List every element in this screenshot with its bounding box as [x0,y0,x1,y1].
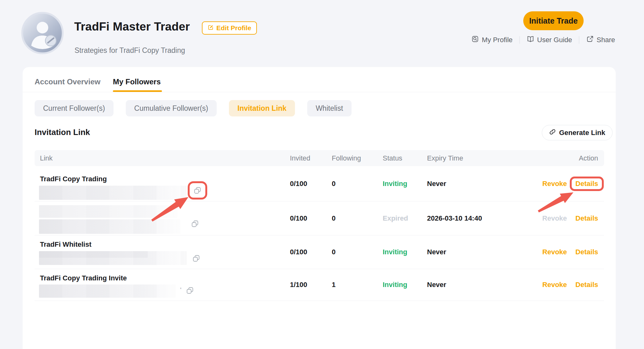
tab-my-followers[interactable]: My Followers [113,77,161,86]
user-guide-link[interactable]: User Guide [527,35,572,45]
filter-whitelist[interactable]: Whitelist [307,100,352,116]
copy-link-button[interactable] [191,220,199,228]
filter-pills: Current Follower(s) Cumulative Follower(… [35,100,352,116]
edit-profile-label: Edit Profile [216,24,251,32]
share-label: Share [597,36,615,44]
invite-link-name: TradFi Copy Trading Invite [40,274,127,282]
filter-cumulative-followers[interactable]: Cumulative Follower(s) [126,100,217,116]
status-badge: Inviting [383,248,407,256]
header-links: My Profile User Guide Share [471,35,615,45]
invite-link-name: TradFi Copy Trading [40,175,107,183]
share-icon [586,35,594,45]
edit-icon [208,24,214,32]
page-title: TradFi Master Trader [74,20,190,33]
page: TradFi Master Trader Edit Profile Strate… [0,0,644,349]
table-row: 0/100 0 Expired 2026-03-10 14:40 Revoke … [35,201,604,235]
table-row: TradFi Copy Trading 0/100 0 Inviting Nev… [35,166,604,201]
invited-count: 1/100 [290,281,307,289]
expiry-time: Never [427,248,446,256]
initiate-trade-button[interactable]: Initiate Trade [523,11,584,30]
table-header: Link Invited Following Status Expiry Tim… [35,150,604,166]
row-actions: Revoke Details [542,248,598,256]
details-link[interactable]: Details [575,180,598,188]
invited-count: 0/100 [290,214,307,222]
expiry-time: Never [427,180,446,188]
revoke-link[interactable]: Revoke [542,248,567,256]
revoke-link-disabled: Revoke [542,214,567,222]
col-status: Status [383,154,402,162]
my-profile-label: My Profile [482,36,513,44]
col-expiry-time: Expiry Time [427,154,463,162]
revoke-link[interactable]: Revoke [542,281,567,289]
redacted-link-url [39,186,187,200]
share-link[interactable]: Share [586,35,615,45]
filter-current-followers[interactable]: Current Follower(s) [35,100,114,116]
expiry-time: Never [427,281,446,289]
following-count: 0 [332,214,336,222]
book-icon [527,35,534,45]
tab-account-overview[interactable]: Account Overview [35,77,100,86]
status-badge: Inviting [383,180,407,188]
status-badge: Expired [383,214,408,222]
redacted-link-tail: ' [180,286,181,294]
copy-link-button[interactable] [192,254,200,262]
redacted-link-url [39,284,176,298]
col-link: Link [40,154,53,162]
profile-search-icon [471,35,479,45]
divider [579,36,579,44]
redacted-link-url [39,251,148,258]
profile-subtitle: Strategies for TradFi Copy Trading [75,46,185,55]
expiry-time: 2026-03-10 14:40 [427,214,482,222]
col-invited: Invited [290,154,310,162]
details-link[interactable]: Details [575,248,598,256]
tabs-divider [23,92,616,92]
generate-link-label: Generate Link [559,129,605,137]
col-action: Action [579,154,598,162]
edit-profile-button[interactable]: Edit Profile [202,21,257,35]
filter-invitation-link[interactable]: Invitation Link [229,100,295,116]
invite-link-name: TradFi Whitelist [40,240,92,249]
following-count: 1 [332,281,336,289]
details-highlight-box: Details [572,178,602,189]
copy-link-button[interactable] [193,186,202,194]
redacted-link-name [39,205,177,218]
avatar [21,11,64,55]
status-badge: Inviting [383,281,407,289]
redacted-link-url [39,219,180,234]
row-actions: Revoke Details [542,214,598,222]
invited-count: 0/100 [290,180,307,188]
revoke-link[interactable]: Revoke [542,180,567,188]
row-actions: Revoke Details [542,281,598,289]
following-count: 0 [332,248,336,256]
details-link[interactable]: Details [575,281,598,289]
divider [519,36,520,44]
my-profile-link[interactable]: My Profile [471,35,513,45]
generate-link-button[interactable]: Generate Link [542,125,613,140]
link-icon [549,128,556,137]
copy-link-highlight-box [190,183,205,198]
row-actions: Revoke Details [542,180,598,188]
section-title: Invitation Link [35,127,90,137]
main-card: Account Overview My Followers Current Fo… [23,67,616,349]
following-count: 0 [332,180,336,188]
col-following: Following [332,154,361,162]
copy-link-button[interactable] [186,286,194,295]
invited-count: 0/100 [290,248,307,256]
user-guide-label: User Guide [537,36,572,44]
table-row: TradFi Whitelist 0/100 0 Inviting Never … [35,235,604,269]
details-link[interactable]: Details [575,214,598,222]
table-row: TradFi Copy Trading Invite ' 1/100 1 Inv… [35,269,604,301]
